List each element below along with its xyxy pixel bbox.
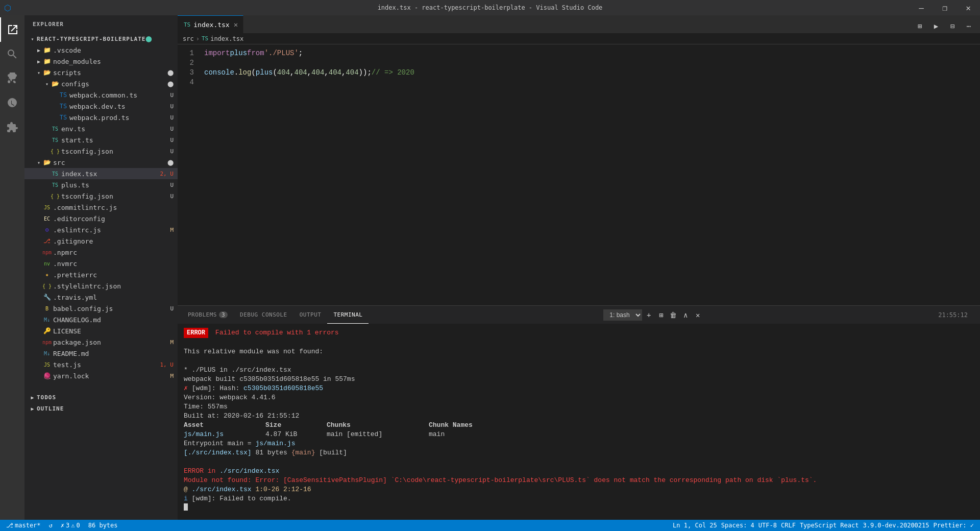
maximize-button[interactable]: ❐ — [933, 0, 957, 15]
var-plus: plus — [230, 49, 247, 58]
tree-item-label: .stylelintrc.json — [53, 282, 178, 290]
file-size-status[interactable]: 86 bytes — [86, 520, 120, 531]
tree-item-tsconfig-scripts[interactable]: ▶ { } tsconfig.json U — [24, 146, 178, 157]
tree-item-env-ts[interactable]: ▶ TS env.ts U — [24, 123, 178, 134]
tab-problems[interactable]: PROBLEMS 3 — [182, 306, 234, 324]
breadcrumb-file[interactable]: index.tsx — [210, 35, 243, 42]
errors-status[interactable]: ✗ 3 ⚠ 0 — [59, 520, 82, 531]
tree-item-test-js[interactable]: ▶ JS test.js 1, U — [24, 359, 178, 370]
spaces-status[interactable]: Spaces: 4 — [719, 520, 756, 531]
close-panel-button[interactable]: ✕ — [692, 309, 703, 321]
sync-status[interactable]: ↺ — [47, 520, 55, 531]
tree-item-label: .gitignore — [53, 237, 178, 245]
trash-terminal-button[interactable]: 🗑 — [668, 309, 679, 321]
bash-selector[interactable]: 1: bash — [603, 309, 642, 321]
semicolon: ; — [299, 49, 303, 58]
tab-index-tsx[interactable]: TS index.tsx ✕ — [178, 15, 243, 33]
version-status[interactable]: 3.9.0-dev.20200215 — [861, 520, 931, 531]
babel-icon: B — [43, 304, 51, 312]
split-terminal-button[interactable]: ⊞ — [655, 309, 667, 321]
run-button[interactable]: ▶ — [929, 19, 943, 33]
folder-open-icon: 📂 — [43, 158, 51, 166]
breadcrumb-src[interactable]: src — [183, 35, 194, 42]
line-ending-status[interactable]: CRLF — [779, 520, 798, 531]
tree-item-gitignore[interactable]: ▶ ⎇ .gitignore — [24, 235, 178, 247]
tree-item-label: .commitlintrc.js — [53, 204, 178, 211]
maximize-panel-button[interactable]: ∧ — [680, 309, 691, 321]
split-editor-button[interactable]: ⊞ — [913, 19, 927, 33]
minimize-button[interactable]: — — [910, 0, 933, 15]
tree-item-stylelintrc[interactable]: ▶ { } .stylelintrc.json — [24, 280, 178, 292]
activity-explorer[interactable] — [0, 17, 24, 42]
explorer-label: Explorer — [33, 21, 64, 28]
file-tree[interactable]: ▾ REACT-TYPESCRIPT-BOILERPLATE ⬤ ▶ 📁 .vs… — [24, 33, 178, 520]
tree-item-editorconfig[interactable]: ▶ EC .editorconfig — [24, 213, 178, 224]
activity-search[interactable] — [0, 42, 24, 66]
tree-item-webpack-prod[interactable]: ▶ TS webpack.prod.ts U — [24, 112, 178, 123]
activity-extensions[interactable] — [0, 115, 24, 140]
tree-item-webpack-common[interactable]: ▶ TS webpack.common.ts U — [24, 89, 178, 101]
tree-item-label: .travis.yml — [53, 294, 178, 301]
tree-item-prettierrc[interactable]: ▶ ✦ .prettierrc — [24, 269, 178, 280]
js-file-icon: JS — [43, 360, 51, 369]
tree-item-travis[interactable]: ▶ 🔧 .travis.yml — [24, 292, 178, 303]
sidebar: Explorer ▾ REACT-TYPESCRIPT-BOILERPLATE … — [24, 15, 178, 520]
terminal-version: Version: webpack 4.41.6 — [184, 393, 974, 402]
tree-item-yarn-lock[interactable]: ▶ 🧶 yarn.lock M — [24, 370, 178, 381]
activity-source-control[interactable] — [0, 66, 24, 91]
tree-item-tsconfig-src[interactable]: ▶ { } tsconfig.json U — [24, 190, 178, 202]
project-root[interactable]: ▾ REACT-TYPESCRIPT-BOILERPLATE ⬤ — [24, 33, 178, 44]
tab-debug-console[interactable]: DEBUG CONSOLE — [234, 306, 293, 324]
more-actions-button[interactable]: ⋯ — [962, 19, 976, 33]
tree-item-webpack-dev[interactable]: ▶ TS webpack.dev.ts U — [24, 101, 178, 112]
code-content[interactable]: import plus from './PLUS' ; console . lo… — [202, 44, 980, 305]
ts-file-icon: TS — [51, 181, 59, 189]
tab-close-button[interactable]: ✕ — [233, 19, 239, 30]
encoding-status[interactable]: UTF-8 — [756, 520, 779, 531]
tree-item-vscode[interactable]: ▶ 📁 .vscode — [24, 44, 178, 56]
terminal-wdm-cross: ✗ [wdm]: Hash: c5305b0351d605818e55 — [184, 384, 974, 393]
tree-item-eslintrc[interactable]: ▶ ⚙ .eslintrc.js M — [24, 224, 178, 235]
window-controls: — ❐ ✕ — [910, 0, 980, 15]
language-status[interactable]: TypeScript React — [798, 520, 861, 531]
tree-item-plus-ts[interactable]: ▶ TS plus.ts U — [24, 179, 178, 190]
outline-section[interactable]: ▶ OUTLINE — [24, 403, 178, 414]
activity-bar — [0, 15, 24, 520]
tree-item-npmrc[interactable]: ▶ npm .npmrc — [24, 247, 178, 258]
tree-item-license[interactable]: ▶ 🔑 LICENSE — [24, 325, 178, 336]
tree-item-start-ts[interactable]: ▶ TS start.ts U — [24, 134, 178, 146]
tree-item-scripts[interactable]: ▾ 📂 scripts ⬤ — [24, 67, 178, 78]
tab-output[interactable]: OUTPUT — [293, 306, 328, 324]
tree-item-node-modules[interactable]: ▶ 📁 node_modules — [24, 56, 178, 67]
outline-label: OUTLINE — [37, 405, 64, 412]
terminal-table-row: js/main.js 4.87 KiB main [emitted] main — [184, 430, 974, 439]
tree-item-label: yarn.lock — [53, 372, 170, 380]
tree-item-configs[interactable]: ▾ 📂 configs ⬤ — [24, 78, 178, 89]
tree-item-label: .editorconfig — [53, 215, 178, 223]
tree-item-package-json[interactable]: ▶ npm package.json M — [24, 336, 178, 348]
tree-item-commitlintrc[interactable]: ▶ JS .commitlintrc.js — [24, 202, 178, 213]
branch-status[interactable]: ⎇ master* — [4, 520, 43, 531]
position-status[interactable]: Ln 1, Col 25 — [671, 520, 719, 531]
tree-item-src[interactable]: ▾ 📂 src ⬤ — [24, 157, 178, 168]
tab-terminal[interactable]: TERMINAL — [327, 306, 369, 324]
todos-section[interactable]: ▶ TODOS — [24, 392, 178, 403]
add-terminal-button[interactable]: + — [643, 309, 654, 321]
terminal-content[interactable]: ERROR Failed to compile with 1 errors Th… — [178, 324, 980, 520]
prettier-status[interactable]: Prettier: ✓ — [932, 520, 976, 531]
titlebar: ⬡ index.tsx - react-typescript-boilerpla… — [0, 0, 980, 15]
tree-item-babel-config[interactable]: ▶ B babel.config.js U — [24, 303, 178, 314]
nvmrc-icon: nv — [43, 259, 51, 268]
tree-item-index-tsx[interactable]: ▶ TS index.tsx 2, U — [24, 168, 178, 179]
tree-item-changelog[interactable]: ▶ M↓ CHANGELOG.md — [24, 314, 178, 325]
git-icon: ⎇ — [43, 237, 51, 245]
tree-item-readme[interactable]: ▶ M↓ README.md — [24, 348, 178, 359]
toggle-panel-button[interactable]: ⊟ — [945, 19, 960, 33]
untracked-badge: U — [170, 305, 178, 312]
code-editor[interactable]: 1 2 3 4 import plus from './PLUS' ; — [178, 44, 980, 305]
ts-file-icon: TS — [51, 125, 59, 133]
tree-item-nvmrc[interactable]: ▶ nv .nvmrc — [24, 258, 178, 269]
close-button[interactable]: ✕ — [957, 0, 980, 15]
chevron-right-icon: ▶ — [29, 393, 37, 401]
activity-debug[interactable] — [0, 91, 24, 115]
